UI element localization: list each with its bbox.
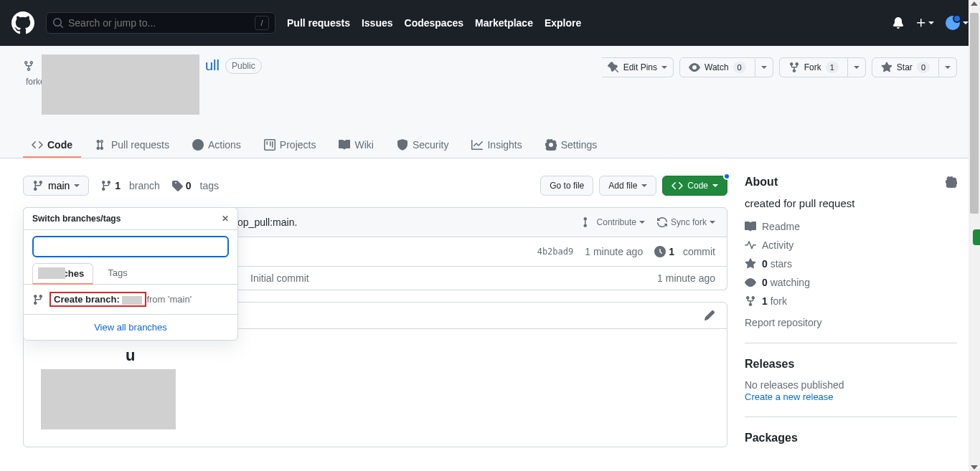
repo-forked-icon: [23, 60, 34, 72]
tab-insights[interactable]: Insights: [463, 133, 530, 158]
readme-link[interactable]: Readme: [745, 221, 957, 232]
pull-request-icon: [95, 139, 107, 151]
pin-icon: [608, 62, 619, 73]
plus-icon: [915, 17, 927, 29]
tab-code[interactable]: Code: [23, 133, 81, 158]
repo-description: created for pull request: [745, 197, 957, 209]
book-icon: [339, 139, 350, 151]
tab-projects[interactable]: Projects: [255, 133, 325, 158]
forks-link[interactable]: 1 fork: [745, 295, 957, 307]
contribute-button[interactable]: Contribute: [583, 217, 645, 228]
shield-icon: [397, 139, 408, 151]
repo-name[interactable]: ull: [205, 57, 220, 74]
project-icon: [264, 139, 275, 151]
nav-explore[interactable]: Explore: [545, 17, 581, 29]
caret-down-icon: [661, 65, 667, 70]
commit-sha[interactable]: 4b2bad9: [537, 247, 574, 257]
caret-down-icon: [639, 219, 645, 225]
star-button[interactable]: Star0: [872, 57, 939, 77]
caret-down-icon: [712, 183, 718, 189]
github-logo-icon[interactable]: [11, 11, 34, 34]
slash-key-hint: /: [255, 16, 269, 30]
repo-tabs: Code Pull requests Actions Projects Wiki…: [23, 133, 957, 158]
tags-link[interactable]: 0 tags: [171, 180, 219, 191]
play-icon: [192, 139, 204, 151]
codespace-indicator: [723, 173, 730, 180]
nav-marketplace[interactable]: Marketplace: [475, 17, 533, 29]
upstream-text: op_pull:main.: [237, 217, 297, 228]
code-icon: [672, 180, 683, 191]
tab-actions[interactable]: Actions: [184, 133, 250, 158]
caret-down-icon: [761, 65, 767, 70]
watch-count: 0: [733, 62, 746, 73]
watch-dropdown[interactable]: [755, 57, 773, 77]
side-tab-indicator[interactable]: [973, 229, 980, 245]
nav-issues[interactable]: Issues: [362, 17, 393, 29]
no-releases-text: No releases published: [745, 379, 957, 391]
file-navigation: main 1 branch 0 tags Go to file Add file…: [23, 176, 727, 196]
sync-fork-button[interactable]: Sync fork: [656, 217, 715, 228]
branch-icon: [100, 180, 112, 191]
caret-down-icon: [710, 219, 715, 225]
caret-down-icon: [74, 183, 80, 189]
packages-heading: Packages: [745, 432, 798, 444]
fork-button[interactable]: Fork1: [779, 57, 848, 77]
about-heading: About: [745, 176, 778, 189]
history-icon: [654, 246, 666, 257]
gear-icon: [545, 139, 557, 151]
view-all-branches-link[interactable]: View all branches: [94, 322, 167, 333]
user-menu[interactable]: [946, 16, 969, 30]
pencil-icon[interactable]: [704, 310, 715, 321]
file-time: 1 minute ago: [657, 272, 715, 284]
watch-button[interactable]: Watch0: [679, 57, 755, 77]
scroll-up-arrow[interactable]: [971, 1, 978, 6]
nav-pull-requests[interactable]: Pull requests: [287, 17, 350, 29]
pulse-icon: [745, 239, 756, 251]
dropdown-tab-tags[interactable]: Tags: [105, 263, 130, 285]
branch-icon: [32, 294, 44, 305]
global-search[interactable]: /: [46, 12, 275, 34]
commits-link[interactable]: 1 commit: [654, 246, 715, 257]
notifications-icon[interactable]: [892, 17, 904, 29]
gear-icon[interactable]: [946, 176, 957, 188]
releases-heading: Releases: [745, 358, 794, 371]
code-button[interactable]: Code: [662, 176, 727, 196]
watching-link[interactable]: 0 watching: [745, 277, 957, 288]
fork-dropdown[interactable]: [848, 57, 866, 77]
create-new-menu[interactable]: [915, 17, 934, 29]
branch-filter-input[interactable]: [32, 236, 229, 257]
add-file-button[interactable]: Add file: [599, 176, 656, 196]
tab-pull-requests[interactable]: Pull requests: [87, 133, 178, 158]
caret-down-icon: [928, 20, 934, 26]
nav-codespaces[interactable]: Codespaces: [405, 17, 463, 29]
report-repo-link[interactable]: Report repository: [745, 317, 821, 328]
tab-security[interactable]: Security: [388, 133, 458, 158]
redacted-block: [38, 267, 65, 279]
branches-link[interactable]: 1 branch: [100, 180, 160, 191]
pull-request-icon: [583, 217, 594, 228]
branch-switcher-dropdown: Switch branches/tags ✕ Branches Tags Cre…: [23, 207, 238, 341]
caret-down-icon: [854, 65, 859, 70]
search-input[interactable]: [68, 17, 255, 29]
close-icon[interactable]: ✕: [222, 214, 229, 224]
fork-icon: [745, 295, 756, 307]
scrollbar-thumb[interactable]: [970, 13, 979, 214]
redacted-block: [41, 369, 176, 429]
tab-settings[interactable]: Settings: [537, 133, 606, 158]
code-icon: [32, 139, 43, 151]
edit-pins-button[interactable]: Edit Pins: [602, 57, 674, 77]
visibility-badge: Public: [225, 58, 262, 74]
create-release-link[interactable]: Create a new release: [745, 391, 834, 402]
go-to-file-button[interactable]: Go to file: [540, 176, 593, 196]
star-icon: [745, 258, 756, 270]
create-branch-item[interactable]: Create branch: from 'main': [24, 285, 237, 314]
book-icon: [745, 221, 756, 232]
tab-wiki[interactable]: Wiki: [330, 133, 382, 158]
scroll-down-arrow[interactable]: [971, 465, 978, 470]
star-dropdown[interactable]: [939, 57, 957, 77]
stars-link[interactable]: 0 stars: [745, 258, 957, 270]
branch-select-button[interactable]: main: [23, 176, 89, 196]
star-icon: [881, 62, 892, 73]
commit-message[interactable]: Initial commit: [250, 272, 309, 284]
activity-link[interactable]: Activity: [745, 239, 957, 251]
